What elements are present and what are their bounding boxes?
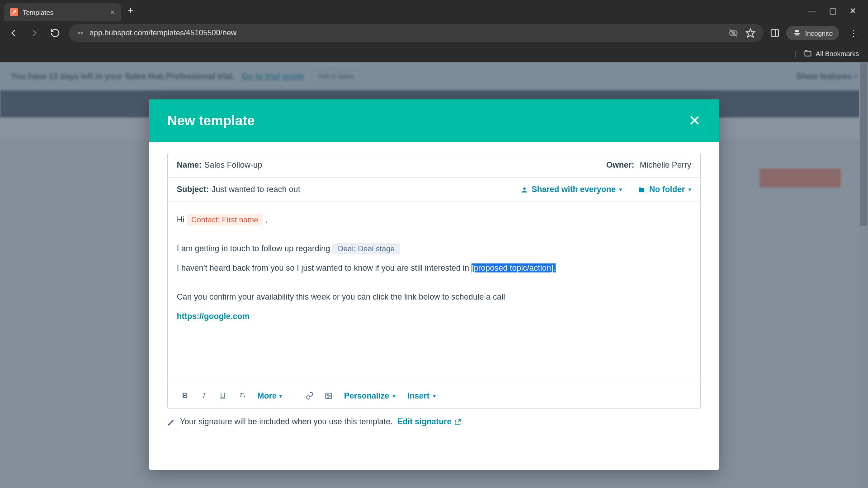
- name-row: Name: Sales Follow-up Owner: Michelle Pe…: [168, 153, 700, 178]
- side-panel-icon[interactable]: [770, 28, 780, 38]
- subject-label: Subject:: [177, 185, 209, 194]
- clear-format-button[interactable]: [234, 388, 250, 404]
- personalize-dropdown[interactable]: Personalize ▾: [340, 391, 400, 401]
- deal-token[interactable]: Deal: Deal stage: [332, 243, 400, 254]
- external-link-icon: [454, 418, 462, 426]
- modal-header: New template ✕: [149, 99, 719, 142]
- chevron-down-icon: ▾: [393, 393, 396, 399]
- hubspot-favicon: [10, 8, 18, 16]
- new-template-modal: New template ✕ Name: Sales Follow-up Own…: [149, 99, 719, 470]
- insert-dropdown[interactable]: Insert ▾: [403, 391, 440, 401]
- template-form: Name: Sales Follow-up Owner: Michelle Pe…: [167, 153, 701, 409]
- minimize-icon[interactable]: —: [808, 6, 816, 16]
- maximize-icon[interactable]: ▢: [829, 6, 837, 16]
- address-bar: app.hubspot.com/templates/45105500/new I…: [0, 22, 868, 44]
- forward-button[interactable]: [27, 26, 42, 40]
- link-button[interactable]: [302, 388, 318, 404]
- owner-label: Owner:: [606, 160, 634, 170]
- all-bookmarks-button[interactable]: All Bookmarks: [804, 49, 859, 57]
- back-button[interactable]: [6, 26, 21, 40]
- chrome-menu-icon[interactable]: ⋮: [845, 28, 862, 38]
- name-value[interactable]: Sales Follow-up: [204, 160, 262, 170]
- tab-close-icon[interactable]: ×: [110, 8, 115, 17]
- star-icon[interactable]: [745, 28, 755, 38]
- reload-button[interactable]: [48, 26, 62, 40]
- new-tab-button[interactable]: +: [127, 5, 133, 17]
- editor-toolbar: B I U More ▾: [168, 383, 700, 408]
- chevron-down-icon: ▾: [619, 187, 622, 192]
- template-editor[interactable]: Hi Contact: First name , I am getting in…: [168, 202, 700, 383]
- url-text: app.hubspot.com/templates/45105500/new: [90, 28, 723, 38]
- contact-token[interactable]: Contact: First name: [187, 214, 263, 225]
- bookmarks-bar: | All Bookmarks: [0, 44, 868, 62]
- svg-marker-8: [746, 29, 755, 37]
- chevron-down-icon: ▾: [689, 187, 691, 192]
- incognito-badge[interactable]: Incognito: [786, 26, 839, 40]
- selected-placeholder[interactable]: [proposed topic/action].: [472, 263, 556, 272]
- more-dropdown[interactable]: More ▾: [253, 391, 287, 401]
- modal-title: New template: [167, 113, 255, 128]
- chevron-down-icon: ▾: [433, 393, 436, 399]
- name-label: Name:: [177, 160, 202, 170]
- svg-point-11: [523, 187, 525, 189]
- svg-rect-9: [771, 30, 779, 37]
- chevron-down-icon: ▾: [279, 393, 282, 399]
- svg-point-3: [78, 33, 80, 34]
- subject-row: Subject: Just wanted to reach out Shared…: [168, 178, 700, 202]
- subject-value[interactable]: Just wanted to reach out: [212, 185, 300, 194]
- underline-button[interactable]: U: [215, 388, 231, 404]
- svg-point-4: [81, 33, 83, 34]
- tab-bar: Templates × + — ▢ ✕: [0, 0, 868, 22]
- eye-off-icon[interactable]: [728, 28, 738, 38]
- window-controls: — ▢ ✕: [808, 6, 864, 16]
- schedule-link[interactable]: https://google.com: [177, 312, 250, 321]
- folder-dropdown[interactable]: No folder ▾: [637, 185, 691, 194]
- svg-point-2: [12, 13, 13, 14]
- modal-overlay: New template ✕ Name: Sales Follow-up Own…: [0, 62, 868, 488]
- pen-icon: [167, 418, 175, 426]
- share-dropdown[interactable]: Shared with everyone ▾: [521, 185, 622, 194]
- browser-tab[interactable]: Templates ×: [4, 3, 121, 21]
- close-window-icon[interactable]: ✕: [849, 6, 856, 16]
- edit-signature-link[interactable]: Edit signature: [397, 417, 462, 427]
- svg-line-1: [13, 12, 14, 13]
- site-info-icon[interactable]: [77, 29, 84, 37]
- close-icon[interactable]: ✕: [689, 112, 701, 129]
- signature-note: Your signature will be included when you…: [149, 409, 719, 437]
- italic-button[interactable]: I: [196, 388, 212, 404]
- bold-button[interactable]: B: [177, 388, 193, 404]
- url-input[interactable]: app.hubspot.com/templates/45105500/new: [69, 24, 764, 42]
- image-button[interactable]: [321, 388, 337, 404]
- owner-value: Michelle Perry: [640, 160, 691, 170]
- svg-point-13: [327, 394, 328, 396]
- tab-title: Templates: [23, 9, 105, 16]
